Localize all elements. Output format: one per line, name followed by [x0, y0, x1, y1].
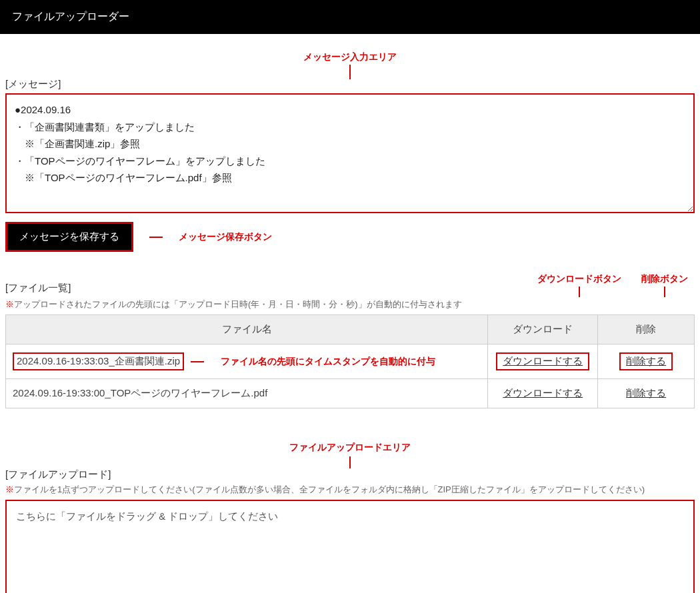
annotation-timestamp: ファイル名の先頭にタイムスタンプを自動的に付与: [221, 356, 435, 366]
annotation-upload-area: ファイルアップロードエリア: [5, 442, 695, 454]
message-section-label: [メッセージ]: [5, 78, 695, 91]
delete-link[interactable]: 削除する: [626, 387, 666, 398]
file-list-note: アップロードされたファイルの先頭には「アップロード日時(年・月・日・時間・分・秒…: [14, 299, 462, 309]
file-table: ファイル名 ダウンロード 削除 2024.09.16-19:33:03_企画書関…: [5, 314, 695, 408]
file-list-label: [ファイル一覧]: [5, 282, 71, 295]
annotation-download-button: ダウンロードボタン: [537, 273, 621, 284]
annotation-line: [191, 361, 204, 362]
note-prefix: ※: [5, 484, 14, 494]
file-upload-dropzone[interactable]: こちらに「ファイルをドラッグ & ドロップ」してください: [5, 500, 695, 593]
column-header-delete: 削除: [598, 315, 695, 344]
page-header: ファイルアップローダー: [0, 0, 700, 34]
annotation-line: [149, 237, 163, 238]
file-name: 2024.09.16-19:33:03_企画書関連.zip: [13, 352, 184, 370]
annotation-line: [579, 287, 580, 297]
save-message-button[interactable]: メッセージを保存する: [5, 222, 133, 252]
upload-placeholder: こちらに「ファイルをドラッグ & ドロップ」してください: [16, 510, 278, 522]
annotation-delete-button: 削除ボタン: [641, 273, 688, 284]
note-prefix: ※: [5, 299, 14, 309]
download-link[interactable]: ダウンロードする: [503, 355, 583, 366]
upload-section-label: [ファイルアップロード]: [5, 468, 695, 481]
table-row: 2024.09.16-19:33:03_企画書関連.zip ファイル名の先頭にタ…: [6, 344, 695, 379]
annotation-save-button: メッセージ保存ボタン: [179, 231, 272, 243]
annotation-line: [664, 287, 665, 297]
column-header-filename: ファイル名: [6, 315, 488, 344]
download-link[interactable]: ダウンロードする: [503, 387, 583, 398]
annotation-message-area: メッセージ入力エリア: [5, 51, 695, 63]
annotation-line: [349, 65, 351, 79]
message-textarea[interactable]: [5, 93, 695, 213]
page-title: ファイルアップローダー: [12, 11, 129, 22]
upload-note: ファイルを1点ずつアップロードしてください(ファイル点数が多い場合、全ファイルを…: [14, 484, 645, 494]
file-name: 2024.09.16-19:33:00_TOPページのワイヤーフレーム.pdf: [13, 387, 267, 398]
table-row: 2024.09.16-19:33:00_TOPページのワイヤーフレーム.pdf …: [6, 379, 695, 408]
annotation-line: [349, 456, 351, 468]
column-header-download: ダウンロード: [488, 315, 598, 344]
delete-link[interactable]: 削除する: [626, 355, 666, 366]
